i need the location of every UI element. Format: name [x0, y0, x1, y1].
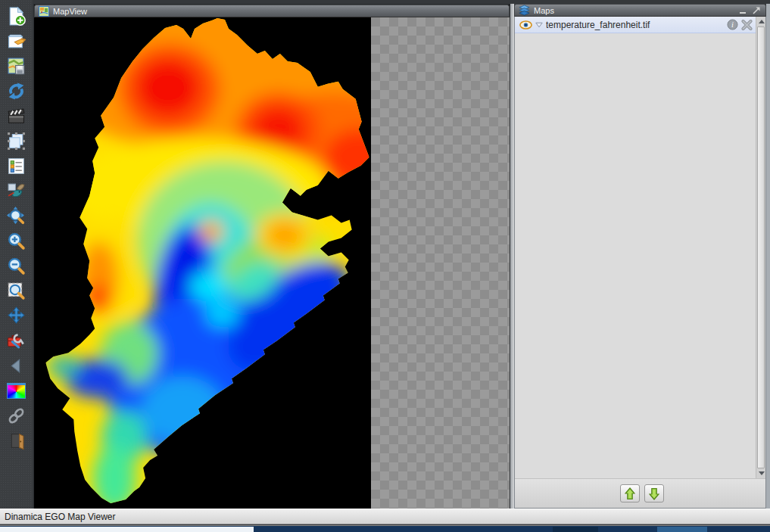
transparent-canvas-area	[371, 17, 510, 509]
mapview-title: MapView	[53, 7, 87, 16]
color-palette-button[interactable]	[5, 380, 29, 401]
refresh-button[interactable]	[5, 80, 29, 101]
select-layers-icon	[6, 132, 26, 151]
scroll-down-button[interactable]	[756, 468, 765, 478]
zoom-region-button[interactable]	[5, 280, 29, 301]
taskbar-blue-segment	[657, 527, 707, 532]
svg-text:i: i	[731, 20, 734, 29]
scrollbar-thumb[interactable]	[757, 26, 765, 468]
move-layer-down-button[interactable]	[644, 484, 664, 502]
layer-order-footer	[515, 478, 765, 508]
zoom-out-icon	[6, 257, 26, 275]
os-taskbar-edge	[0, 525, 770, 532]
green-down-arrow-icon	[649, 487, 659, 500]
legend-icon	[6, 157, 26, 176]
save-map-button[interactable]	[5, 55, 29, 76]
maps-title: Maps	[534, 6, 554, 15]
maps-layer-list: temperature_fahrenheit.tif i	[515, 17, 765, 478]
main-toolbar	[0, 0, 33, 509]
back-button[interactable]	[5, 355, 29, 376]
scroll-up-button[interactable]	[756, 17, 765, 26]
new-map-button[interactable]	[5, 5, 29, 26]
mapview-panel: MapView	[33, 4, 510, 509]
back-arrow-icon	[6, 356, 26, 375]
minimize-icon	[740, 8, 747, 14]
status-text: Dinamica EGO Map Viewer	[5, 512, 116, 522]
layer-remove-button[interactable]	[741, 20, 753, 30]
zoom-in-icon	[6, 232, 26, 250]
map-viewport[interactable]	[34, 17, 510, 509]
pan-icon	[6, 306, 26, 325]
visibility-eye-icon[interactable]	[519, 20, 532, 30]
layer-info-button[interactable]: i	[727, 19, 738, 30]
animation-icon	[6, 107, 26, 126]
layer-row[interactable]: temperature_fahrenheit.tif i	[515, 17, 756, 33]
tools-icon	[6, 331, 26, 350]
mapview-icon	[39, 6, 49, 17]
color-palette-icon	[7, 383, 26, 399]
green-up-arrow-icon	[625, 487, 635, 500]
open-map-icon	[6, 32, 26, 51]
exit-door-icon	[6, 431, 26, 450]
new-map-icon	[6, 7, 26, 26]
status-bar: Dinamica EGO Map Viewer	[0, 509, 770, 524]
layer-filename: temperature_fahrenheit.tif	[546, 20, 724, 30]
animation-button[interactable]	[5, 105, 29, 126]
pan-button[interactable]	[5, 305, 29, 326]
zoom-extent-icon	[6, 207, 26, 226]
select-layers-button[interactable]	[5, 130, 29, 151]
float-button[interactable]	[752, 6, 762, 14]
link-icon	[6, 406, 26, 425]
maps-titlebar[interactable]: Maps	[514, 4, 766, 17]
legend-button[interactable]	[5, 155, 29, 176]
mapview-titlebar[interactable]: MapView	[34, 5, 510, 17]
refresh-icon	[6, 82, 26, 101]
zoom-extent-button[interactable]	[5, 205, 29, 226]
open-map-button[interactable]	[5, 30, 29, 51]
tools-button[interactable]	[5, 330, 29, 351]
float-arrow-icon	[753, 6, 761, 14]
hummingbird-icon	[6, 182, 26, 201]
maps-panel: Maps temperature_fahrenheit.tif i	[514, 4, 766, 509]
scroll-down-icon	[759, 471, 765, 475]
zoom-out-button[interactable]	[5, 255, 29, 276]
taskbar-light-segment	[0, 527, 254, 532]
temperature-raster	[35, 17, 371, 509]
save-map-icon	[6, 57, 26, 76]
layer-list-scrollbar[interactable]	[756, 17, 765, 478]
minimize-button[interactable]	[738, 6, 748, 14]
zoom-region-icon	[6, 282, 26, 300]
window-right-edge	[766, 4, 770, 509]
link-button[interactable]	[5, 405, 29, 426]
exit-button[interactable]	[5, 430, 29, 451]
scroll-up-icon	[759, 20, 765, 23]
zoom-in-button[interactable]	[5, 230, 29, 251]
taskbar-dark-segment	[553, 527, 598, 532]
layer-expander-icon[interactable]	[535, 22, 543, 28]
layers-icon	[519, 5, 530, 16]
dinamica-ego-button[interactable]	[5, 180, 29, 201]
move-layer-up-button[interactable]	[620, 484, 640, 502]
